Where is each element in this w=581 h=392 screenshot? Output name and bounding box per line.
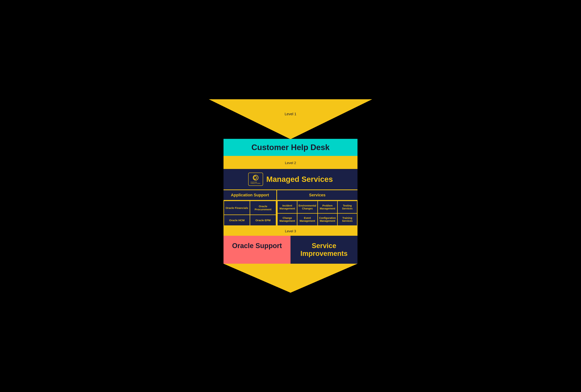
funnel-shape: Level 1 Customer Help Desk Level 2 FUSIO… (209, 99, 372, 293)
services-header: Services (277, 190, 358, 201)
bottom-triangle-svg (224, 264, 358, 293)
bottom-boxes: Oracle Support Service Improvements (224, 236, 358, 264)
app-support-header: Application Support (224, 190, 276, 201)
service-improvements-title: Service Improvements (294, 242, 354, 258)
fusion-logo-text: FUSIONPRACTICES (251, 181, 260, 184)
level3-label: Level 3 (285, 229, 296, 233)
service-cell-environmental: Environmental Changes (298, 201, 317, 213)
app-support-column: Application Support Oracle Financials Or… (224, 190, 277, 226)
app-cell-oracle-financials: Oracle Financials (224, 201, 250, 215)
oracle-support-box: Oracle Support (224, 236, 290, 264)
service-cell-change: Change Management (278, 214, 297, 226)
grid-section: Application Support Oracle Financials Or… (224, 189, 358, 226)
top-triangle-svg (209, 99, 372, 139)
app-support-grid: Oracle Financials Oracle Procurement Ora… (224, 201, 276, 226)
svg-marker-2 (224, 264, 358, 293)
oracle-support-title: Oracle Support (227, 242, 287, 250)
level2-label: Level 2 (285, 161, 296, 165)
services-column: Services Incident Management Environment… (277, 190, 358, 226)
app-cell-oracle-hcm: Oracle HCM (224, 215, 250, 225)
services-grid: Incident Management Environmental Change… (277, 201, 358, 226)
bottom-triangle-container (224, 264, 358, 293)
service-cell-training: Training Services (338, 214, 357, 226)
svg-marker-0 (209, 99, 372, 139)
service-cell-incident: Incident Management (278, 201, 297, 213)
fusion-logo-icon (252, 174, 259, 181)
fusion-logo: FUSIONPRACTICES (248, 173, 263, 186)
service-cell-testing: Testing Services (338, 201, 357, 213)
app-cell-oracle-procurement: Oracle Procurement (250, 201, 276, 215)
help-desk-bar: Customer Help Desk (224, 139, 358, 156)
bottom-section: Level 3 Oracle Support Service Improveme… (224, 226, 358, 264)
service-cell-configuration: Configuration Management (318, 214, 337, 226)
service-cell-problem: Problem Management (318, 201, 337, 213)
managed-services-header: FUSIONPRACTICES Managed Services (224, 169, 358, 189)
help-desk-title: Customer Help Desk (229, 143, 352, 152)
yellow-middle: Level 2 FUSIONPRACTICES Managed Services (224, 156, 358, 264)
managed-services-title: Managed Services (266, 175, 333, 184)
level1-label: Level 1 (285, 112, 296, 116)
service-cell-event: Event Management (298, 214, 317, 226)
service-improvements-box: Service Improvements (290, 236, 358, 264)
diagram-container: Level 1 Customer Help Desk Level 2 FUSIO… (209, 99, 372, 293)
app-cell-oracle-epm: Oracle EPM (250, 215, 276, 225)
